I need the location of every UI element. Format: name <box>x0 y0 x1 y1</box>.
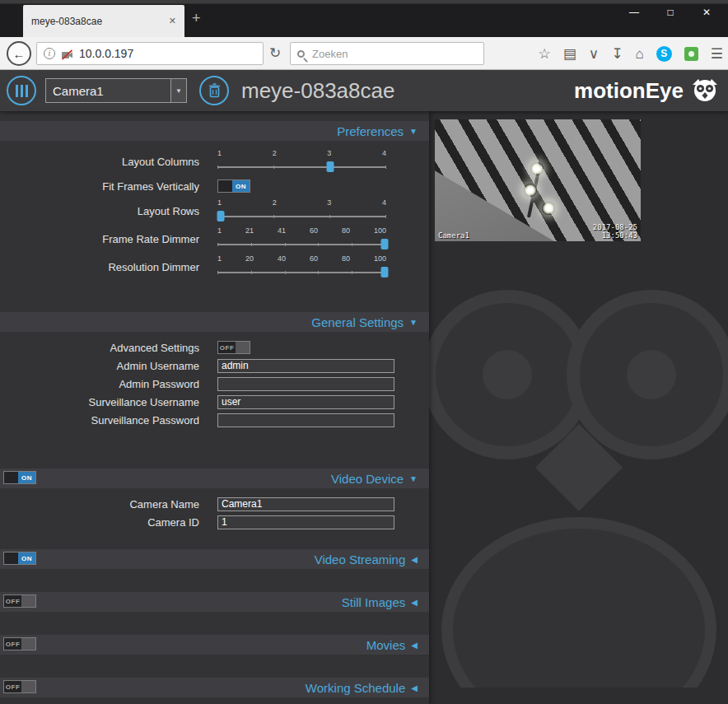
layout-rows-row: Layout Rows 1 2 3 4 <box>0 197 429 225</box>
advanced-settings-toggle[interactable]: OFF <box>217 341 250 354</box>
chevron-down-icon[interactable]: ▼ <box>170 79 186 102</box>
new-tab-button[interactable]: + <box>192 11 201 26</box>
collapse-arrow-icon[interactable]: ◀ <box>411 555 418 564</box>
reload-icon[interactable]: ↻ <box>269 44 281 62</box>
admin-username-row: Admin Username <box>0 357 429 375</box>
surveillance-password-input[interactable] <box>217 413 394 427</box>
slider-track[interactable] <box>217 244 386 245</box>
section-header-movies[interactable]: OFF Movies ◀ <box>0 635 429 655</box>
camera-select[interactable]: Camera1 ▼ <box>45 78 187 103</box>
section-title: Movies <box>366 638 406 652</box>
section-title: General Settings <box>311 315 404 329</box>
frame-rate-dimmer-slider[interactable]: 1 21 41 60 80 100 <box>217 226 386 251</box>
video-device-toggle[interactable]: ON <box>3 471 36 484</box>
toolbar-icons: ☆ ▤ ∨ ↧ ⌂ S ☰ <box>538 37 723 70</box>
slider-handle[interactable] <box>380 239 388 249</box>
search-input[interactable] <box>310 47 477 61</box>
camera-id-label: Camera ID <box>0 516 208 529</box>
layout-columns-label: Layout Columns <box>0 156 208 168</box>
section-header-working-schedule[interactable]: OFF Working Schedule ◀ <box>0 678 429 697</box>
camera-name-input[interactable] <box>217 497 394 511</box>
extension-icon[interactable] <box>684 47 698 61</box>
surveillance-password-label: Surveillance Password <box>0 414 208 427</box>
slider-handle[interactable] <box>380 267 388 277</box>
slider-handle[interactable] <box>327 161 334 172</box>
still-images-toggle[interactable]: OFF <box>3 594 36 608</box>
admin-username-input[interactable] <box>217 359 394 373</box>
section-header-video-device[interactable]: ON Video Device ▼ <box>0 469 429 488</box>
search-bar[interactable] <box>290 42 484 65</box>
main-area: Preferences ▼ Layout Columns 1 2 3 4 <box>0 111 728 704</box>
fit-frames-toggle[interactable]: ON <box>217 179 250 193</box>
window-titlebar: meye-083a8cae ✕ + — □ ✕ <box>0 0 728 37</box>
page-title: meye-083a8cae <box>241 78 394 104</box>
bookmarks-sidebar-icon[interactable]: ▤ <box>563 47 576 61</box>
section-header-general-settings[interactable]: General Settings ▼ <box>0 312 429 332</box>
camera-select-value: Camera1 <box>46 79 170 102</box>
slider-track[interactable] <box>217 166 386 168</box>
close-button[interactable]: ✕ <box>688 2 725 23</box>
resolution-dimmer-row: Resolution Dimmer 1 20 40 60 80 100 <box>0 253 429 281</box>
slider-track[interactable] <box>217 216 386 217</box>
working-schedule-toggle[interactable]: OFF <box>3 680 36 693</box>
owl-logo-icon <box>690 77 720 104</box>
camera-timestamp-overlay: 2017-08-25 13:50:43 <box>593 223 637 240</box>
camera-name-label: Camera Name <box>0 498 208 511</box>
owl-watermark <box>429 243 728 688</box>
menu-icon[interactable]: ☰ <box>711 47 723 61</box>
camera-preview[interactable]: Camera1 2017-08-25 13:50:43 <box>435 119 641 241</box>
collapse-arrow-icon[interactable]: ◀ <box>411 683 418 692</box>
slider-tick-labels: 1 2 3 4 <box>217 198 386 207</box>
resolution-dimmer-slider[interactable]: 1 20 40 60 80 100 <box>217 254 386 279</box>
slider-tick-labels: 1 2 3 4 <box>217 149 386 157</box>
tab-close-icon[interactable]: ✕ <box>169 16 176 26</box>
skype-icon[interactable]: S <box>656 46 672 62</box>
light-glow <box>530 162 544 175</box>
delete-camera-button[interactable] <box>199 76 229 105</box>
section-title: Video Device <box>331 472 404 486</box>
browser-tab[interactable]: meye-083a8cae ✕ <box>23 5 184 37</box>
movies-toggle[interactable]: OFF <box>3 637 36 650</box>
section-header-still-images[interactable]: OFF Still Images ◀ <box>0 592 429 612</box>
video-streaming-toggle[interactable]: ON <box>3 552 36 565</box>
slider-track[interactable] <box>217 272 386 273</box>
url-bar[interactable]: i 10.0.0.197 <box>36 42 264 65</box>
camera-id-input[interactable] <box>217 515 394 529</box>
surveillance-password-row: Surveillance Password <box>0 411 429 429</box>
bookmark-star-icon[interactable]: ☆ <box>538 47 550 61</box>
collapse-arrow-icon[interactable]: ▼ <box>409 127 418 136</box>
tab-title: meye-083a8cae <box>31 16 162 27</box>
section-title: Preferences <box>337 124 404 138</box>
admin-password-input[interactable] <box>217 377 394 391</box>
panel-toggle-button[interactable] <box>7 76 36 105</box>
resolution-dimmer-label: Resolution Dimmer <box>0 261 208 273</box>
section-header-video-streaming[interactable]: ON Video Streaming ◀ <box>0 549 429 569</box>
window-controls: — □ ✕ <box>616 2 725 23</box>
frame-rate-dimmer-label: Frame Rate Dimmer <box>0 233 208 245</box>
settings-panel: Preferences ▼ Layout Columns 1 2 3 4 <box>0 111 429 704</box>
slider-tick-labels: 1 20 40 60 80 100 <box>217 254 386 263</box>
site-info-icon[interactable]: i <box>44 48 55 59</box>
collapse-arrow-icon[interactable]: ◀ <box>411 641 418 650</box>
slider-handle[interactable] <box>217 211 225 221</box>
collapse-arrow-icon[interactable]: ◀ <box>411 598 418 607</box>
url-text[interactable]: 10.0.0.197 <box>79 47 133 60</box>
pocket-icon[interactable]: ∨ <box>589 47 599 61</box>
section-title: Video Streaming <box>315 552 406 566</box>
collapse-arrow-icon[interactable]: ▼ <box>409 318 418 327</box>
collapse-arrow-icon[interactable]: ▼ <box>409 474 418 483</box>
fit-frames-label: Fit Frames Vertically <box>0 180 208 193</box>
surveillance-username-label: Surveillance Username <box>0 396 208 408</box>
home-icon[interactable]: ⌂ <box>635 47 643 61</box>
layout-rows-slider[interactable]: 1 2 3 4 <box>217 198 386 223</box>
surveillance-username-input[interactable] <box>217 395 394 409</box>
minimize-button[interactable]: — <box>616 2 652 23</box>
downloads-icon[interactable]: ↧ <box>611 47 623 61</box>
frame-rate-dimmer-row: Frame Rate Dimmer 1 21 41 60 80 100 <box>0 225 429 253</box>
blocked-permission-icon[interactable] <box>61 49 73 59</box>
back-button[interactable]: ← <box>7 41 31 66</box>
section-header-preferences[interactable]: Preferences ▼ <box>0 121 429 141</box>
layout-columns-slider[interactable]: 1 2 3 4 <box>217 149 386 174</box>
browser-toolbar: ← i 10.0.0.197 ↻ ☆ ▤ ∨ ↧ ⌂ S ☰ <box>0 37 728 70</box>
maximize-button[interactable]: □ <box>652 2 688 23</box>
